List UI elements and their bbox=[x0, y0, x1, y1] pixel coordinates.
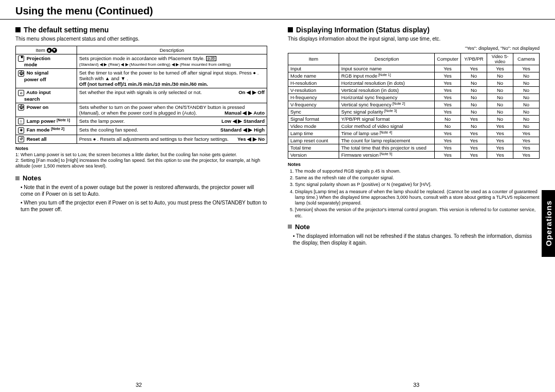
row6-item1: Reset all bbox=[27, 136, 47, 142]
left-heading: The default setting menu bbox=[24, 26, 109, 34]
settings-table: Item ▲▼ Description ▝ Projection mode Se… bbox=[15, 46, 267, 144]
status-value: No bbox=[435, 115, 461, 122]
row0-tail: (Standard) ◀ ▶ (Rear) ◀ ▶ (Mounted from … bbox=[79, 62, 231, 67]
status-item: Input bbox=[288, 65, 339, 72]
status-value: Yes bbox=[461, 144, 487, 151]
status-desc: Input source name bbox=[339, 65, 435, 72]
left-fn2: 2: Setting [Fan mode] to [High] increase… bbox=[15, 158, 260, 169]
status-value: No bbox=[487, 79, 513, 86]
reset-icon: ↺ bbox=[18, 136, 24, 142]
status-value: Yes bbox=[487, 144, 513, 151]
status-value: Yes bbox=[435, 101, 461, 108]
row2-tail: On ◀ ▶ Off bbox=[238, 89, 265, 95]
status-value: No bbox=[487, 108, 513, 115]
status-value: No bbox=[461, 86, 487, 94]
right-heading-row: Displaying Information (Status display) bbox=[288, 26, 540, 34]
table-row: Mode nameRGB input mode [Note 1]YesNoNoN… bbox=[288, 72, 540, 79]
status-item: H-resolution bbox=[288, 79, 339, 86]
status-value: No bbox=[461, 72, 487, 79]
table-row: Signal formatY/PB/PR signal formatNoYesN… bbox=[288, 115, 540, 122]
left-footnotes: Notes 1: When Lamp power is set to Low, … bbox=[15, 146, 267, 169]
down-icon: ▼ bbox=[52, 48, 57, 53]
row5-item1: Fan mode bbox=[27, 127, 50, 133]
status-item: V-frequency bbox=[288, 101, 339, 108]
status-item: Signal format bbox=[288, 115, 339, 122]
th-desc: Description bbox=[77, 46, 267, 54]
up-icon: ▲ bbox=[47, 48, 52, 53]
left-bullet2: When you turn off the projector even if … bbox=[21, 199, 267, 213]
square-icon bbox=[15, 176, 20, 180]
notes-label: Notes bbox=[288, 162, 301, 167]
note-ref: [Note 3] bbox=[383, 109, 397, 113]
note-heading: Note bbox=[295, 223, 310, 231]
r-fn4: Displays [Lamp time] as a measure of whe… bbox=[295, 189, 540, 207]
square-icon bbox=[15, 27, 21, 32]
status-value: No bbox=[461, 79, 487, 86]
note-ref: [Note 2] bbox=[392, 102, 405, 105]
status-desc: Time of lamp use [Note 4] bbox=[339, 129, 435, 137]
status-item: Lamp reset count bbox=[288, 137, 339, 144]
row4-desc: Sets the lamp power. bbox=[79, 118, 125, 124]
page-num-left: 32 bbox=[136, 382, 142, 388]
table-row: VersionFirmware version [Note 5]YesYesYe… bbox=[288, 151, 540, 158]
r-fn2: Same as the refresh rate of the computer… bbox=[295, 175, 540, 181]
row3-item1: Power on bbox=[27, 104, 49, 110]
row3-desc: Sets whether to turn on the power when t… bbox=[79, 104, 245, 116]
table-row: Lamp timeTime of lamp use [Note 4]YesYes… bbox=[288, 129, 540, 137]
page-ref-icon: p.20 bbox=[206, 56, 216, 61]
th-desc: Description bbox=[339, 53, 435, 65]
projection-icon: ▝ bbox=[18, 55, 24, 62]
left-bullet1: Note that in the event of a power outage… bbox=[21, 184, 267, 197]
note-ref: [Note 1] bbox=[377, 73, 391, 77]
right-note-bullet: The displayed information will not be re… bbox=[293, 233, 540, 246]
fan-icon: ✳ bbox=[18, 127, 24, 134]
table-row: V-resolutionVertical resolution (in dots… bbox=[288, 86, 540, 94]
status-value: Yes bbox=[461, 65, 487, 72]
status-value: Yes bbox=[435, 137, 461, 144]
left-fn1: 1: When Lamp power is set to Low, the sc… bbox=[15, 152, 237, 157]
status-value: No bbox=[513, 86, 540, 94]
notes-heading: Notes bbox=[23, 174, 41, 182]
status-value: No bbox=[513, 72, 540, 79]
status-value: Yes bbox=[513, 151, 540, 158]
status-value: No bbox=[461, 101, 487, 108]
status-desc: Horizontal resolution (in dots) bbox=[339, 79, 435, 86]
status-value: No bbox=[513, 101, 540, 108]
status-item: Mode name bbox=[288, 72, 339, 79]
status-desc: Color method of video signal bbox=[339, 122, 435, 129]
status-desc: Horizontal sync frequency bbox=[339, 94, 435, 101]
right-heading: Displaying Information (Status display) bbox=[296, 26, 430, 34]
status-item: Total time bbox=[288, 144, 339, 151]
status-value: No bbox=[513, 115, 540, 122]
status-value: No bbox=[435, 122, 461, 129]
status-value: No bbox=[461, 108, 487, 115]
table-row: Total timeThe total time that this proje… bbox=[288, 144, 540, 151]
right-bullets: The displayed information will not be re… bbox=[288, 233, 540, 246]
th-c3: Video S-video bbox=[487, 53, 513, 65]
status-value: Yes bbox=[435, 144, 461, 151]
th-item: Item bbox=[35, 47, 45, 53]
status-value: No bbox=[513, 108, 540, 115]
row6-tail: Yes ◀ ▶ No bbox=[237, 136, 265, 142]
status-table: Item Description Computer Y/PB/PR Video … bbox=[288, 53, 540, 159]
status-value: Yes bbox=[435, 108, 461, 115]
th-c1: Computer bbox=[435, 53, 461, 65]
legend: "Yes": displayed, "No": not displayed bbox=[288, 46, 540, 51]
status-value: Yes bbox=[513, 144, 540, 151]
row2-item2: search bbox=[18, 96, 75, 102]
row1-tail: Off (not turned off)/1 min./5 min./10 mi… bbox=[79, 81, 208, 87]
status-desc: Firmware version [Note 5] bbox=[339, 151, 435, 158]
status-value: Yes bbox=[461, 115, 487, 122]
side-tab-label: Operations bbox=[544, 200, 553, 246]
search-icon: ⌕ bbox=[18, 90, 24, 96]
status-value: Yes bbox=[461, 151, 487, 158]
table-row: Lamp reset countThe count for lamp repla… bbox=[288, 137, 540, 144]
status-item: Video mode bbox=[288, 122, 339, 129]
table-row: H-frequencyHorizontal sync frequencyYesN… bbox=[288, 94, 540, 101]
status-item: H-frequency bbox=[288, 94, 339, 101]
power-icon: ⏻ bbox=[18, 104, 24, 110]
status-desc: Sync signal polarity [Note 3] bbox=[339, 108, 435, 115]
status-value: Yes bbox=[487, 151, 513, 158]
th-c2: Y/PB/PR bbox=[461, 53, 487, 65]
table-row: SyncSync signal polarity [Note 3]YesNoNo… bbox=[288, 108, 540, 115]
